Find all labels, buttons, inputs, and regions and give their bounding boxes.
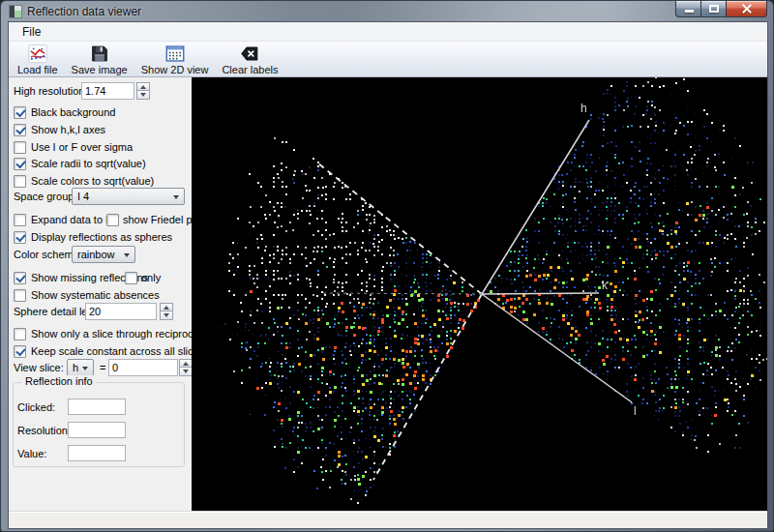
checkbox-label: Scale radii to sqrt(value) xyxy=(31,158,146,169)
spheres-row: Display reflections as spheres xyxy=(14,229,188,247)
high-resolution-row: High resolution: xyxy=(14,82,188,100)
close-button[interactable] xyxy=(727,1,767,17)
client-area: File Load file xyxy=(8,21,768,529)
slice-only-row: Show only a slice through reciprocal spa… xyxy=(14,326,188,343)
high-resolution-input[interactable] xyxy=(81,82,134,100)
reflection-info-group: Reflection info Clicked: Resolution: Val… xyxy=(13,382,185,467)
spin-down-icon[interactable] xyxy=(136,91,150,100)
high-resolution-stepper[interactable] xyxy=(136,82,150,100)
space-group-value: I 4 xyxy=(77,191,89,202)
black-background-row: Black background xyxy=(14,104,188,122)
floppy-icon xyxy=(89,44,110,64)
missing-row: Show missing reflections only xyxy=(14,270,188,287)
reflection-3d-viewport[interactable] xyxy=(192,77,767,511)
space-group-label: Space group: xyxy=(14,191,76,202)
title-bar[interactable]: Reflection data viewer xyxy=(1,1,773,22)
grid-window-icon xyxy=(164,44,186,64)
resolution-label: Resolution: xyxy=(17,425,71,436)
reflection-info-title: Reflection info xyxy=(21,375,97,387)
color-scheme-value: rainbow xyxy=(77,249,115,260)
value-field[interactable] xyxy=(68,445,126,461)
checkbox-label: Scale colors to sqrt(value) xyxy=(31,175,154,187)
spin-up-icon[interactable] xyxy=(160,303,173,311)
toolbar-label: Load file xyxy=(17,64,58,75)
equals-sign: = xyxy=(100,362,105,373)
checkbox-label: only xyxy=(141,272,161,283)
maximize-button[interactable] xyxy=(701,1,727,17)
view-slice-input[interactable] xyxy=(108,359,178,376)
clicked-field[interactable] xyxy=(68,399,126,415)
chevron-down-icon xyxy=(82,367,88,370)
scale-radii-row: Scale radii to sqrt(value) xyxy=(14,156,188,173)
toolbar-button-show-2d-view[interactable]: Show 2D view xyxy=(134,43,216,76)
checkbox-label: Keep scale constant across all slices xyxy=(31,345,204,357)
toolbar-label: Clear labels xyxy=(222,64,278,75)
space-group-select[interactable]: I 4 xyxy=(72,188,185,205)
space-group-row: Space group: I 4 xyxy=(14,188,188,207)
clicked-label: Clicked: xyxy=(17,401,55,413)
toolbar-button-clear-labels[interactable]: Clear labels xyxy=(215,43,284,76)
color-scheme-row: Color scheme: rainbow xyxy=(14,246,188,265)
delete-icon xyxy=(239,44,260,64)
scale-colors-checkbox[interactable] xyxy=(14,175,26,188)
expand-p1-row: Expand data to P1 show Friedel pairs xyxy=(14,212,188,229)
keep-scale-checkbox[interactable] xyxy=(14,345,26,358)
checkbox-label: Black background xyxy=(31,106,115,118)
view-slice-label: View slice: xyxy=(14,362,64,373)
spin-down-icon[interactable] xyxy=(160,311,173,320)
black-background-checkbox[interactable] xyxy=(14,106,26,119)
missing-only-checkbox[interactable] xyxy=(125,272,137,284)
toolbar-label: Save image xyxy=(72,64,128,75)
resolution-field[interactable] xyxy=(68,422,126,438)
missing-checkbox[interactable] xyxy=(14,272,26,284)
checkbox-label: Show h,k,l axes xyxy=(31,124,105,135)
absences-checkbox[interactable] xyxy=(14,289,26,302)
spin-up-icon[interactable] xyxy=(136,82,150,91)
checkbox-label: Use I or F over sigma xyxy=(31,141,133,153)
view-slice-axis-value: h xyxy=(73,362,78,373)
window-controls xyxy=(675,1,767,17)
checkbox-label: Show systematic absences xyxy=(31,289,160,301)
friedel-pairs-checkbox[interactable] xyxy=(106,214,119,226)
maximize-icon xyxy=(709,5,719,13)
sphere-detail-input[interactable] xyxy=(85,303,157,320)
expand-p1-checkbox[interactable] xyxy=(14,214,26,226)
checkbox-label: Expand data to P1 xyxy=(31,214,119,225)
toolbar-button-load-file[interactable]: Load file xyxy=(11,43,65,76)
scale-radii-checkbox[interactable] xyxy=(14,158,26,170)
control-panel: High resolution: Black background Show h… xyxy=(9,77,192,511)
value-label: Value: xyxy=(17,448,46,459)
reflection-canvas[interactable] xyxy=(192,77,767,511)
value-row: Value: xyxy=(17,445,180,462)
sigma-checkbox[interactable] xyxy=(14,141,26,154)
sphere-detail-stepper[interactable] xyxy=(160,303,173,320)
window-title: Reflection data viewer xyxy=(27,5,141,18)
status-bar xyxy=(9,511,767,528)
menu-file[interactable]: File xyxy=(15,22,48,42)
view-slice-stepper[interactable] xyxy=(179,359,193,376)
view-slice-axis-select[interactable]: h xyxy=(67,359,94,376)
toolbar-label: Show 2D view xyxy=(141,64,209,75)
content-area: High resolution: Black background Show h… xyxy=(9,77,767,511)
color-scheme-select[interactable]: rainbow xyxy=(72,246,135,263)
chevron-down-icon xyxy=(173,195,179,199)
toolbar: Load file Save image xyxy=(9,42,767,77)
minimize-button[interactable] xyxy=(675,1,701,17)
spin-up-icon[interactable] xyxy=(179,359,193,368)
show-axes-row: Show h,k,l axes xyxy=(14,122,188,139)
spin-down-icon[interactable] xyxy=(179,368,193,376)
show-axes-checkbox[interactable] xyxy=(14,124,26,136)
app-window: Reflection data viewer File Load file xyxy=(0,0,774,532)
slice-only-checkbox[interactable] xyxy=(14,328,26,340)
minimize-icon xyxy=(685,10,694,13)
load-file-icon xyxy=(27,44,48,64)
spheres-checkbox[interactable] xyxy=(14,231,26,244)
chevron-down-icon xyxy=(124,253,130,257)
close-icon xyxy=(742,4,752,14)
clicked-row: Clicked: xyxy=(17,399,180,416)
app-icon xyxy=(9,5,22,18)
menu-bar: File xyxy=(9,22,767,42)
sigma-row: Use I or F over sigma xyxy=(14,139,188,157)
resolution-row: Resolution: xyxy=(17,422,180,439)
toolbar-button-save-image[interactable]: Save image xyxy=(65,43,134,76)
